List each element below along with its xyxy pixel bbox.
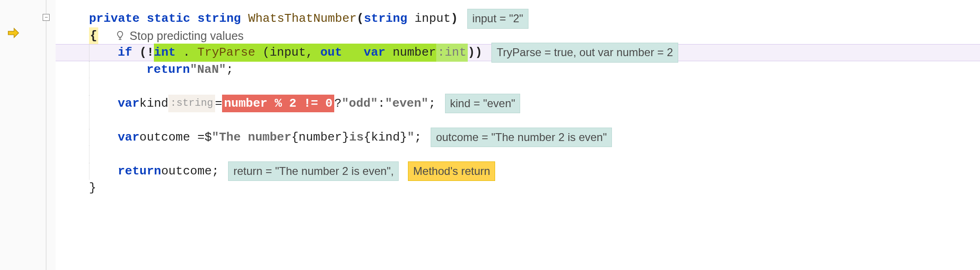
param-name: input bbox=[414, 10, 451, 27]
method-tryparse: TryParse bbox=[197, 45, 255, 59]
code-line-if[interactable]: if ( ! int . TryParse (input, out var nu… bbox=[60, 44, 980, 61]
keyword-var: var bbox=[118, 129, 140, 146]
code-editor: − private static string WhatsThatNumber … bbox=[0, 0, 980, 270]
type-hint-string: :string bbox=[168, 95, 215, 113]
value-hint-input[interactable]: input = "2" bbox=[467, 9, 528, 29]
execution-pointer-icon[interactable] bbox=[6, 26, 20, 40]
var-outcome: outcome = bbox=[140, 129, 204, 146]
brace-open: { bbox=[89, 27, 98, 45]
dot: . bbox=[183, 45, 190, 59]
dollar: $ bbox=[204, 129, 212, 146]
string-mid: is bbox=[349, 129, 363, 146]
value-hint-tryparse[interactable]: TryParse = true, out var number = 2 bbox=[491, 43, 678, 63]
semicolon: ; bbox=[414, 129, 422, 146]
code-line-return-outcome[interactable]: return outcome ; return = "The number 2 … bbox=[60, 163, 980, 180]
keyword-static: static bbox=[147, 10, 191, 27]
semicolon: ; bbox=[428, 95, 436, 112]
code-line-blank bbox=[60, 146, 980, 163]
value-hint-return[interactable]: return = "The number 2 is even", bbox=[228, 161, 399, 181]
keyword-return: return bbox=[118, 163, 161, 180]
code-line-return-nan[interactable]: return "NaN" ; bbox=[60, 61, 980, 78]
type-string: string bbox=[197, 10, 241, 27]
string-close: " bbox=[407, 129, 414, 146]
paren-open: ( bbox=[356, 10, 364, 27]
code-area[interactable]: private static string WhatsThatNumber ( … bbox=[56, 0, 980, 270]
interp-number: {number} bbox=[292, 129, 350, 146]
semicolon: ; bbox=[212, 163, 219, 180]
not-operator: ! bbox=[146, 44, 154, 61]
var-kind: kind bbox=[140, 95, 168, 112]
semicolon: ; bbox=[226, 61, 234, 78]
lightbulb-icon bbox=[115, 31, 125, 41]
var-outcome: outcome bbox=[161, 163, 212, 180]
paren-close: )) bbox=[468, 44, 482, 61]
string-even: "even" bbox=[385, 95, 429, 112]
string-nan: "NaN" bbox=[190, 61, 226, 78]
code-line-brace-close[interactable]: } bbox=[60, 180, 980, 197]
type-int: int bbox=[154, 45, 176, 59]
interp-kind: {kind} bbox=[364, 129, 407, 146]
value-hint-method-return[interactable]: Method's return bbox=[408, 161, 495, 181]
string-open: "The number bbox=[212, 129, 292, 146]
code-line-blank bbox=[60, 112, 980, 129]
code-line-brace-open[interactable]: { Stop predicting values bbox=[60, 27, 980, 45]
expr-mod: number % 2 != 0 bbox=[222, 95, 334, 113]
keyword-private: private bbox=[89, 10, 140, 27]
var-number: number bbox=[393, 45, 436, 59]
keyword-if: if bbox=[118, 44, 132, 61]
ternary-q: ? bbox=[334, 95, 342, 112]
keyword-out: out bbox=[320, 45, 342, 59]
paren: ( bbox=[140, 44, 147, 61]
brace-close: } bbox=[89, 180, 96, 197]
ternary-colon: : bbox=[378, 95, 385, 112]
code-lens-label: Stop predicting values bbox=[130, 27, 244, 45]
equals: = bbox=[215, 95, 223, 112]
args: (input, bbox=[262, 45, 320, 59]
method-name: WhatsThatNumber bbox=[248, 10, 356, 27]
code-line-kind[interactable]: var kind :string = number % 2 != 0 ? "od… bbox=[60, 95, 980, 112]
code-line-outcome[interactable]: var outcome = $ "The number {number} is … bbox=[60, 129, 980, 146]
value-hint-kind[interactable]: kind = "even" bbox=[445, 94, 520, 114]
type-hint-int: :int bbox=[436, 44, 468, 62]
code-lens[interactable]: Stop predicting values bbox=[115, 27, 244, 45]
editor-gutter: − bbox=[0, 0, 56, 270]
string-odd: "odd" bbox=[342, 95, 378, 112]
code-line-signature[interactable]: private static string WhatsThatNumber ( … bbox=[60, 10, 980, 27]
keyword-var: var bbox=[118, 95, 140, 112]
param-type: string bbox=[364, 10, 407, 27]
value-hint-outcome[interactable]: outcome = "The number 2 is even" bbox=[431, 128, 612, 148]
keyword-var: var bbox=[364, 45, 386, 59]
code-line-blank bbox=[60, 78, 980, 95]
gutter-line bbox=[46, 0, 46, 270]
fold-toggle[interactable]: − bbox=[43, 14, 50, 21]
paren-close: ) bbox=[451, 10, 458, 27]
fold-glyph: − bbox=[45, 15, 48, 20]
keyword-return: return bbox=[146, 61, 190, 78]
